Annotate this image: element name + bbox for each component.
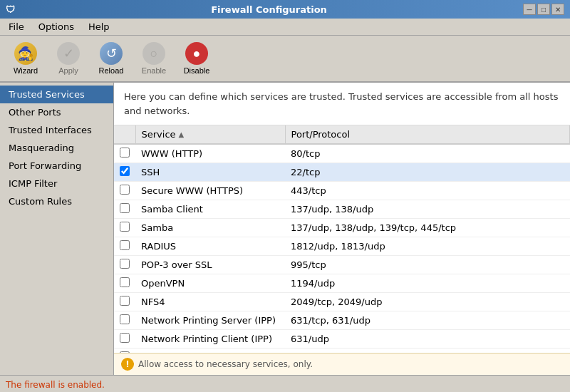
service-name: Secure WWW (HTTPS) (135, 182, 285, 200)
menu-help[interactable]: Help (83, 20, 115, 33)
service-checkbox-net-print-server[interactable] (120, 314, 130, 324)
table-row: WWW (HTTP)80/tcp (114, 144, 570, 163)
wizard-label: Wizard (14, 66, 38, 75)
service-port: 443/tcp (285, 182, 570, 200)
service-port: 137/udp, 138/udp, 139/tcp, 445/tcp (285, 219, 570, 237)
maximize-button[interactable]: □ (537, 4, 550, 15)
service-port: 1194/udp (285, 274, 570, 293)
service-name: POP-3 over SSL (135, 256, 285, 274)
minimize-button[interactable]: ─ (523, 4, 536, 15)
service-checkbox-openvpn[interactable] (120, 277, 130, 287)
service-checkbox-samba[interactable] (120, 222, 130, 232)
window-controls: ─ □ ✕ (523, 4, 564, 15)
service-port: 995/tcp (285, 256, 570, 274)
service-table-wrapper[interactable]: Service ▲ Port/Protocol WWW (HTTP)80/tcp… (114, 125, 570, 353)
service-checkbox-pop3-ssl[interactable] (120, 259, 130, 269)
service-name: RADIUS (135, 237, 285, 256)
sidebar-item-port-forwarding[interactable]: Port Forwarding (0, 157, 113, 175)
service-name: OpenVPN (135, 274, 285, 293)
table-row: POP-3 over SSL995/tcp (114, 256, 570, 274)
service-name: Samba Client (135, 200, 285, 219)
service-port: 631/udp (285, 330, 570, 349)
service-table: Service ▲ Port/Protocol WWW (HTTP)80/tcp… (114, 125, 570, 353)
table-row: NFS42049/tcp, 2049/udp (114, 293, 570, 311)
apply-icon: ✓ (57, 42, 80, 65)
main-layout: Trusted Services Other Ports Trusted Int… (0, 83, 570, 375)
sidebar-item-icmp-filter[interactable]: ICMP Filter (0, 175, 113, 192)
service-port: 631/tcp, 631/udp (285, 311, 570, 330)
title-bar-left: 🛡 (6, 4, 15, 15)
service-name: Multicast DNS (mDNS) (135, 349, 285, 354)
wizard-icon: 🧙 (14, 42, 37, 65)
enable-icon: ○ (142, 42, 165, 65)
sidebar: Trusted Services Other Ports Trusted Int… (0, 83, 114, 375)
window-title: Firewall Configuration (15, 4, 523, 15)
service-checkbox-secure-www[interactable] (120, 185, 130, 195)
table-row: Samba Client137/udp, 138/udp (114, 200, 570, 219)
enable-label: Enable (142, 66, 166, 75)
apply-button[interactable]: ✓ Apply (48, 38, 88, 78)
service-port: 137/udp, 138/udp (285, 200, 570, 219)
title-bar: 🛡 Firewall Configuration ─ □ ✕ (0, 0, 570, 19)
service-port: 22/tcp (285, 163, 570, 182)
warning-text: Allow access to necessary services, only… (138, 359, 313, 369)
service-checkbox-www-http[interactable] (120, 148, 130, 158)
table-row: OpenVPN1194/udp (114, 274, 570, 293)
enable-button[interactable]: ○ Enable (134, 38, 174, 78)
table-header-row: Service ▲ Port/Protocol (114, 125, 570, 144)
apply-label: Apply (58, 66, 78, 75)
content-description: Here you can define which services are t… (114, 83, 570, 125)
service-name: SSH (135, 163, 285, 182)
service-checkbox-multicast-dns[interactable] (120, 351, 130, 353)
reload-icon: ↺ (100, 42, 123, 65)
table-row: Multicast DNS (mDNS)5353/udp (114, 349, 570, 354)
service-port: 5353/udp (285, 349, 570, 354)
service-checkbox-radius[interactable] (120, 240, 130, 250)
reload-label: Reload (99, 66, 124, 75)
service-port: 1812/udp, 1813/udp (285, 237, 570, 256)
column-port: Port/Protocol (285, 125, 570, 144)
disable-label: Disable (184, 66, 210, 75)
disable-button[interactable]: ● Disable (177, 38, 217, 78)
service-name: Network Printing Client (IPP) (135, 330, 285, 349)
service-name: WWW (HTTP) (135, 144, 285, 163)
column-service[interactable]: Service ▲ (135, 125, 285, 144)
service-checkbox-nfs4[interactable] (120, 296, 130, 306)
sidebar-item-other-ports[interactable]: Other Ports (0, 103, 113, 121)
table-row: RADIUS1812/udp, 1813/udp (114, 237, 570, 256)
sort-arrow-icon: ▲ (179, 130, 185, 138)
sidebar-item-trusted-services[interactable]: Trusted Services (0, 86, 113, 103)
table-row: Samba137/udp, 138/udp, 139/tcp, 445/tcp (114, 219, 570, 237)
table-row: Network Printing Client (IPP)631/udp (114, 330, 570, 349)
menu-options[interactable]: Options (33, 20, 80, 33)
reload-button[interactable]: ↺ Reload (91, 38, 131, 78)
table-row: SSH22/tcp (114, 163, 570, 182)
close-button[interactable]: ✕ (551, 4, 564, 15)
service-name: NFS4 (135, 293, 285, 311)
service-port: 2049/tcp, 2049/udp (285, 293, 570, 311)
service-checkbox-ssh[interactable] (120, 166, 130, 176)
column-checkbox (114, 125, 135, 144)
status-bar: The firewall is enabled. (0, 375, 570, 392)
service-name: Samba (135, 219, 285, 237)
sidebar-item-masquerading[interactable]: Masquerading (0, 139, 113, 157)
wizard-button[interactable]: 🧙 Wizard (6, 38, 46, 78)
service-name: Network Printing Server (IPP) (135, 311, 285, 330)
disable-icon: ● (185, 42, 208, 65)
service-port: 80/tcp (285, 144, 570, 163)
service-checkbox-net-print-client[interactable] (120, 333, 130, 343)
sidebar-item-trusted-interfaces[interactable]: Trusted Interfaces (0, 121, 113, 139)
status-text: The firewall is enabled. (6, 380, 105, 390)
service-checkbox-samba-client[interactable] (120, 203, 130, 213)
table-row: Network Printing Server (IPP)631/tcp, 63… (114, 311, 570, 330)
content-area: Here you can define which services are t… (114, 83, 570, 375)
table-row: Secure WWW (HTTPS)443/tcp (114, 182, 570, 200)
warning-icon: ! (121, 358, 134, 371)
sidebar-item-custom-rules[interactable]: Custom Rules (0, 192, 113, 210)
menu-file[interactable]: File (3, 20, 30, 33)
warning-bar: ! Allow access to necessary services, on… (114, 353, 570, 375)
app-icon: 🛡 (6, 4, 15, 15)
toolbar: 🧙 Wizard ✓ Apply ↺ Reload ○ Enable ● Dis… (0, 36, 570, 83)
menu-bar: File Options Help (0, 19, 570, 36)
